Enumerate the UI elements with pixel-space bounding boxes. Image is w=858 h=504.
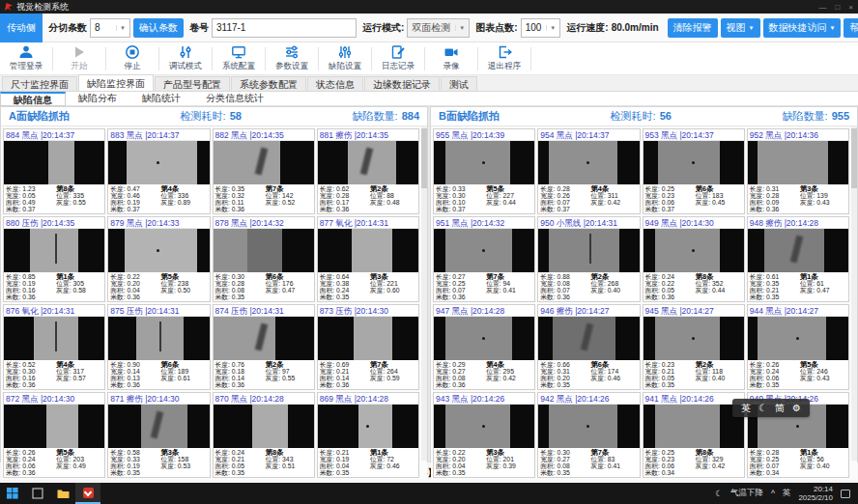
input-language-indicator[interactable]: 英	[783, 488, 791, 499]
notification-center-button[interactable]	[841, 490, 850, 498]
run-mode-select[interactable]: 双面检测 ▼	[407, 18, 470, 38]
defect-card[interactable]: 879 黑点 |20:14:33长度: 0.22宽度: 0.20面积: 0.04…	[107, 216, 210, 302]
defect-card[interactable]: 877 氧化 |20:14:31长度: 0.64宽度: 0.38面积: 0.24…	[317, 216, 419, 302]
tab-缺陷监控界面[interactable]: 缺陷监控界面	[78, 74, 154, 91]
defect-card-header: 876 氧化 |20:14:31	[4, 305, 104, 317]
moon-icon[interactable]: ☾	[758, 403, 767, 413]
help-menu-button[interactable]: 帮助▼	[844, 18, 858, 38]
defect-card[interactable]: 948 擦伤 |20:14:28长度: 0.61宽度: 0.35面积: 0.21…	[747, 216, 849, 302]
tab-状态信息[interactable]: 状态信息	[307, 76, 363, 91]
close-button[interactable]: ×	[848, 3, 853, 12]
taskbar-clock[interactable]: 20:14 2025/2/10	[798, 485, 833, 502]
scrollbar-thumb[interactable]	[421, 128, 427, 188]
defect-card[interactable]: 873 压伤 |20:14:30长度: 0.69宽度: 0.21面积: 0.14…	[317, 304, 419, 390]
detection-app-taskbar-button[interactable]	[75, 483, 100, 504]
defect-grid: 884 黑点 |20:14:37长度: 1.23宽度: 0.05面积: 0.49…	[1, 126, 427, 480]
defect-card[interactable]: 875 压伤 |20:14:31长度: 0.90宽度: 0.14面积: 0.13…	[107, 304, 210, 390]
maximize-button[interactable]: □	[835, 3, 840, 12]
lang-en-button[interactable]: 英	[741, 402, 751, 415]
defect-length: 长度: 0.29	[436, 361, 532, 368]
tab-系统参数配置[interactable]: 系统参数配置	[231, 76, 306, 91]
chart-points-select[interactable]: 100 ▼	[521, 18, 561, 38]
params-ribbon-button[interactable]: 参数设置	[268, 44, 316, 72]
defect-ribbon-button[interactable]: 缺陷设置	[321, 44, 369, 72]
debug-ribbon-button[interactable]: 调试模式	[161, 44, 210, 72]
start-button[interactable]	[0, 483, 25, 504]
panel-scrollbar[interactable]	[851, 126, 857, 461]
defect-card[interactable]: 955 黑点 |20:14:39长度: 0.33宽度: 0.30面积: 0.10…	[433, 128, 535, 214]
scrollbar-thumb[interactable]	[851, 128, 857, 188]
defect-gray-level: 灰度: 0.61	[160, 375, 190, 381]
defect-location: 第3条位置: 221灰度: 0.60	[370, 273, 400, 294]
defect-location: 第8条位置: 335灰度: 0.55	[56, 185, 86, 206]
tab-边缘数据记录[interactable]: 边缘数据记录	[364, 76, 440, 91]
defect-card[interactable]: 883 黑点 |20:14:37长度: 0.47宽度: 0.46面积: 0.19…	[107, 128, 210, 214]
stop-ribbon-button[interactable]: 停止	[108, 44, 157, 72]
defect-card[interactable]: 944 黑点 |20:14:27长度: 0.26宽度: 0.24面积: 0.06…	[747, 304, 849, 390]
defect-card[interactable]: 951 黑点 |20:14:32长度: 0.27宽度: 0.25面积: 0.07…	[433, 216, 535, 302]
user-ribbon-button[interactable]: 管理登录	[2, 44, 50, 72]
defect-area: 面积: 0.16	[6, 287, 102, 294]
detection-app-icon	[83, 488, 94, 498]
task-view-button[interactable]	[25, 483, 50, 504]
language-float-widget[interactable]: 英 ☾ 简 ⚙	[732, 399, 810, 417]
roll-number-input[interactable]: 3117-1	[212, 18, 357, 38]
confirm-count-button[interactable]: 确认条数	[133, 18, 184, 38]
gear-icon[interactable]: ⚙	[792, 403, 801, 413]
defect-info: 长度: 0.64宽度: 0.38面积: 0.24米数: 0.35第3条位置: 2…	[318, 272, 418, 301]
subtab-缺陷信息[interactable]: 缺陷信息	[0, 92, 66, 106]
defect-gray-level: 灰度: 0.44	[696, 287, 726, 294]
panel-scrollbar[interactable]	[421, 126, 427, 461]
slit-count-select[interactable]: 8 ▼	[90, 18, 130, 38]
file-explorer-button[interactable]	[50, 483, 75, 504]
subtab-分类信息统计[interactable]: 分类信息统计	[193, 92, 276, 106]
defect-card-header: 950 小黑线 |20:14:31	[538, 217, 639, 229]
data-quick-access-button[interactable]: 数据快捷访问▼	[763, 18, 842, 38]
defect-card[interactable]: 953 黑点 |20:14:37长度: 0.25宽度: 0.23面积: 0.06…	[643, 128, 745, 214]
defect-card[interactable]: 871 擦伤 |20:14:30长度: 0.58宽度: 0.33面积: 0.19…	[107, 392, 210, 478]
defect-location: 第1条位置: 61灰度: 0.47	[800, 273, 830, 294]
play-ribbon-button[interactable]: 开始	[55, 44, 103, 72]
weather-text[interactable]: 气温下降	[730, 488, 763, 499]
tab-测试[interactable]: 测试	[441, 76, 477, 91]
minimize-button[interactable]: —	[818, 3, 826, 12]
defect-card[interactable]: 869 黑点 |20:14:28长度: 0.21宽度: 0.19面积: 0.04…	[317, 392, 419, 478]
defect-card[interactable]: 882 黑点 |20:14:35长度: 0.35宽度: 0.32面积: 0.11…	[213, 128, 315, 214]
defect-card[interactable]: 880 压伤 |20:14:35长度: 0.85宽度: 0.19面积: 0.16…	[3, 216, 105, 302]
defect-strip-number: 第5条	[486, 185, 516, 192]
defect-card[interactable]: 943 黑点 |20:14:26长度: 0.22宽度: 0.20面积: 0.04…	[433, 392, 535, 478]
journal-ribbon-button[interactable]: 日志记录	[374, 44, 422, 72]
defect-card[interactable]: 950 小黑线 |20:14:31长度: 0.88宽度: 0.08面积: 0.0…	[537, 216, 640, 302]
defect-card[interactable]: 945 黑点 |20:14:27长度: 0.23宽度: 0.21面积: 0.05…	[643, 304, 745, 390]
tray-expand-caret[interactable]: ^	[771, 489, 775, 498]
exit-ribbon-button[interactable]: 退出程序	[480, 44, 529, 72]
tab-产品型号配置[interactable]: 产品型号配置	[155, 76, 230, 91]
subtab-缺陷统计[interactable]: 缺陷统计	[129, 92, 193, 106]
defect-card[interactable]: 876 氧化 |20:14:31长度: 0.52宽度: 0.30面积: 0.16…	[3, 304, 105, 390]
defect-card[interactable]: 952 黑点 |20:14:36长度: 0.31宽度: 0.28面积: 0.09…	[747, 128, 849, 214]
defect-card[interactable]: 874 压伤 |20:14:31长度: 0.76宽度: 0.18面积: 0.14…	[213, 304, 315, 390]
monitor-ribbon-button[interactable]: 系统配置	[214, 44, 263, 72]
defect-gray-level: 灰度: 0.52	[266, 199, 296, 206]
drive-side-button[interactable]: 传动侧	[0, 14, 43, 42]
defect-area: 面积: 0.05	[215, 462, 312, 469]
defect-card[interactable]: 941 黑点 |20:14:26长度: 0.25宽度: 0.23面积: 0.06…	[643, 392, 745, 478]
defect-card[interactable]: 870 黑点 |20:14:28长度: 0.24宽度: 0.21面积: 0.05…	[213, 392, 315, 478]
defect-card[interactable]: 947 黑点 |20:14:28长度: 0.29宽度: 0.27面积: 0.08…	[433, 304, 535, 390]
camera-ribbon-button[interactable]: 录像	[427, 44, 475, 72]
defect-image	[434, 317, 534, 360]
defect-card[interactable]: 949 黑点 |20:14:30长度: 0.24宽度: 0.22面积: 0.05…	[643, 216, 745, 302]
view-menu-button[interactable]: 视图▼	[721, 18, 760, 38]
defect-card[interactable]: 878 黑点 |20:14:32长度: 0.30宽度: 0.28面积: 0.08…	[213, 216, 315, 302]
defect-width: 宽度: 0.23	[645, 456, 742, 462]
subtab-缺陷分布[interactable]: 缺陷分布	[66, 92, 129, 106]
clear-alarm-button[interactable]: 清除报警	[668, 18, 718, 38]
defect-card[interactable]: 872 黑点 |20:14:30长度: 0.26宽度: 0.24面积: 0.06…	[3, 392, 105, 478]
tab-尺寸监控界面[interactable]: 尺寸监控界面	[2, 76, 77, 91]
defect-card[interactable]: 954 黑点 |20:14:37长度: 0.28宽度: 0.26面积: 0.07…	[537, 128, 640, 214]
defect-card[interactable]: 884 黑点 |20:14:37长度: 1.23宽度: 0.05面积: 0.49…	[3, 128, 105, 214]
defect-card[interactable]: 946 擦伤 |20:14:27长度: 0.66宽度: 0.31面积: 0.20…	[537, 304, 640, 390]
defect-card[interactable]: 942 黑点 |20:14:26长度: 0.30宽度: 0.27面积: 0.08…	[537, 392, 640, 478]
defect-card[interactable]: 881 擦伤 |20:14:35长度: 0.62宽度: 0.28面积: 0.17…	[317, 128, 419, 214]
lang-simplified-button[interactable]: 简	[775, 402, 785, 415]
